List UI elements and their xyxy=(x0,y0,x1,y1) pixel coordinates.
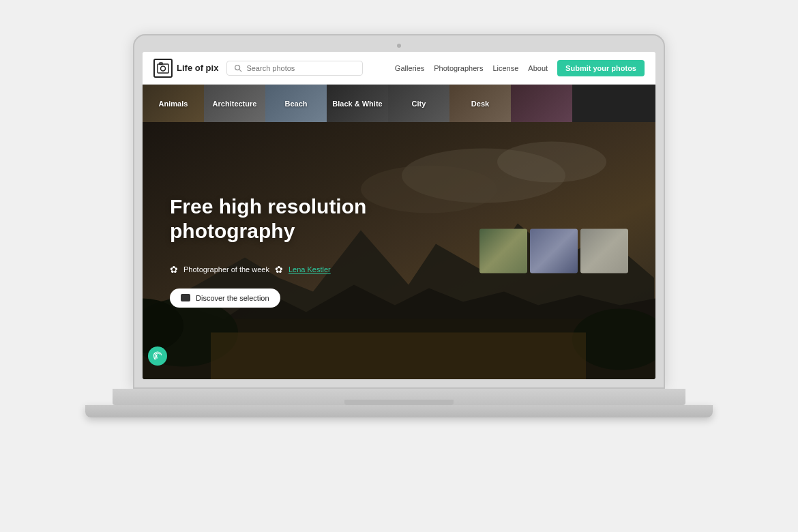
photographer-name[interactable]: Lena Kestler xyxy=(289,265,331,274)
category-label-city: City xyxy=(412,100,426,108)
category-architecture[interactable]: Architecture xyxy=(204,85,265,122)
category-label-animals: Animals xyxy=(159,100,188,108)
discover-btn-label: Discover the selection xyxy=(196,294,269,302)
search-bar[interactable] xyxy=(226,61,363,76)
logo-text: Life of pix xyxy=(177,63,218,73)
svg-point-3 xyxy=(235,65,240,70)
svg-line-4 xyxy=(240,70,242,72)
svg-rect-0 xyxy=(158,64,168,73)
thumb-1[interactable] xyxy=(479,228,527,273)
category-animals[interactable]: Animals xyxy=(143,85,204,122)
leaf-right-icon: ✿ xyxy=(275,264,283,275)
category-city[interactable]: City xyxy=(388,85,449,122)
thumb-3[interactable] xyxy=(580,228,628,273)
svg-point-1 xyxy=(161,66,166,71)
discover-button[interactable]: Discover the selection xyxy=(170,289,280,308)
laptop-bottom xyxy=(85,405,713,417)
category-label-architecture: Architecture xyxy=(213,100,257,108)
nav-photographers[interactable]: Photographers xyxy=(434,64,483,72)
camera-icon xyxy=(181,294,190,301)
laptop-frame: Life of pix Galleries Photographers Lice… xyxy=(58,34,740,498)
search-icon xyxy=(234,64,242,72)
category-label-beach: Beach xyxy=(284,100,307,108)
search-input[interactable] xyxy=(246,64,355,72)
logo: Life of pix xyxy=(153,59,218,78)
nav-galleries[interactable]: Galleries xyxy=(395,64,424,72)
nav-license[interactable]: License xyxy=(492,64,518,72)
laptop-screen-outer: Life of pix Galleries Photographers Lice… xyxy=(133,34,665,389)
laptop-base xyxy=(113,389,685,405)
categories-bar: Animals Architecture Beach Black & White xyxy=(143,85,655,122)
photo-thumbnails xyxy=(479,228,628,273)
logo-icon xyxy=(153,59,173,78)
submit-photos-button[interactable]: Submit your photos xyxy=(557,60,645,76)
nav-about[interactable]: About xyxy=(528,64,548,72)
fingerprint-badge[interactable] xyxy=(148,346,167,366)
laptop-camera xyxy=(397,44,401,48)
laptop-screen-inner: Life of pix Galleries Photographers Lice… xyxy=(143,52,655,379)
photographer-label: Photographer of the week xyxy=(183,265,269,274)
category-black-white[interactable]: Black & White xyxy=(327,85,388,122)
site-header: Life of pix Galleries Photographers Lice… xyxy=(143,52,655,85)
hero-section: Free high resolution photography ✿ Photo… xyxy=(143,122,655,379)
website: Life of pix Galleries Photographers Lice… xyxy=(143,52,655,379)
hero-title: Free high resolution photography xyxy=(170,194,388,243)
category-desk[interactable]: Desk xyxy=(449,85,511,122)
category-label-bw: Black & White xyxy=(332,100,382,108)
category-extra xyxy=(511,85,572,122)
thumb-2[interactable] xyxy=(530,228,578,273)
leaf-left-icon: ✿ xyxy=(170,264,178,275)
category-label-desk: Desk xyxy=(471,100,489,108)
main-nav: Galleries Photographers License About Su… xyxy=(395,60,645,76)
category-beach[interactable]: Beach xyxy=(265,85,327,122)
